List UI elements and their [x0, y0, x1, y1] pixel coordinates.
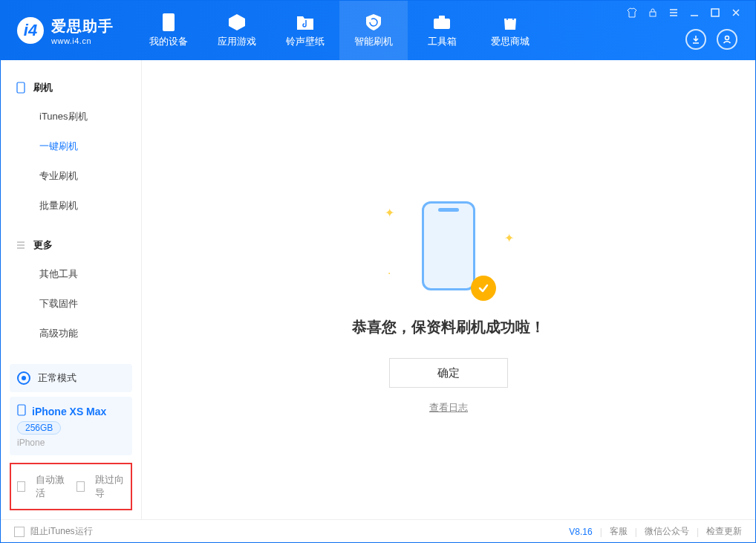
- nav-label: 爱思商城: [491, 35, 529, 48]
- nav-ringtones[interactable]: 铃声壁纸: [271, 1, 339, 60]
- nav-label: 我的设备: [149, 35, 188, 48]
- close-icon[interactable]: [730, 7, 742, 19]
- logo-icon: i4: [17, 17, 44, 44]
- nav-apps[interactable]: 应用游戏: [203, 1, 271, 60]
- toolbox-icon: [432, 13, 452, 32]
- user-button[interactable]: [717, 29, 737, 50]
- footer-link-support[interactable]: 客服: [610, 525, 628, 538]
- maximize-icon[interactable]: [709, 7, 721, 19]
- logo-block: i4 爱思助手 www.i4.cn: [1, 1, 134, 60]
- device-name-label: iPhone XS Max: [32, 406, 106, 417]
- phone-icon: [16, 82, 26, 93]
- sidebar-item-batch[interactable]: 批量刷机: [1, 191, 141, 221]
- sidebar-item-firmware[interactable]: 下载固件: [1, 289, 141, 319]
- window-controls: [626, 1, 751, 19]
- sidebar-item-oneclick[interactable]: 一键刷机: [1, 131, 141, 161]
- list-icon: [16, 240, 26, 250]
- app-title: 爱思助手: [51, 16, 114, 36]
- nav-toolbox[interactable]: 工具箱: [408, 1, 476, 60]
- group-title-label: 刷机: [33, 81, 53, 94]
- device-icon: [159, 13, 178, 32]
- block-itunes-label: 阻止iTunes运行: [30, 525, 93, 538]
- svg-rect-4: [711, 9, 719, 16]
- skip-guide-label: 跳过向导: [95, 473, 125, 500]
- svg-rect-6: [17, 82, 25, 93]
- sidebar-item-advanced[interactable]: 高级功能: [1, 319, 141, 348]
- refresh-shield-icon: [364, 13, 383, 32]
- bag-icon: [501, 13, 520, 32]
- sparkle-icon: ·: [388, 267, 391, 280]
- sidebar-item-pro[interactable]: 专业刷机: [1, 161, 141, 191]
- check-badge-icon: [471, 276, 496, 301]
- cube-icon: [227, 13, 247, 32]
- sparkle-icon: ✦: [385, 206, 394, 220]
- nav-label: 工具箱: [428, 35, 457, 48]
- minimize-icon[interactable]: [688, 7, 700, 19]
- music-folder-icon: [296, 13, 315, 32]
- menu-icon[interactable]: [668, 7, 680, 19]
- phone-graphic-icon: [422, 201, 475, 290]
- group-title-label: 更多: [33, 238, 53, 252]
- footer-link-wechat[interactable]: 微信公众号: [645, 525, 689, 538]
- svg-rect-3: [650, 12, 656, 16]
- lock-icon[interactable]: [647, 7, 659, 19]
- version-label: V8.16: [569, 527, 592, 537]
- download-button[interactable]: [685, 29, 706, 50]
- svg-rect-0: [163, 13, 175, 31]
- nav-flash[interactable]: 智能刷机: [339, 1, 408, 60]
- block-itunes-checkbox[interactable]: [14, 527, 25, 537]
- svg-point-5: [726, 36, 729, 40]
- nav-label: 智能刷机: [354, 35, 393, 48]
- tshirt-icon[interactable]: [626, 7, 638, 19]
- sidebar-item-itunes[interactable]: iTunes刷机: [1, 102, 141, 131]
- mode-row[interactable]: 正常模式: [10, 364, 132, 392]
- sidebar-group-flash: 刷机: [1, 74, 141, 102]
- svg-rect-2: [439, 16, 445, 19]
- device-row[interactable]: iPhone XS Max 256GB iPhone: [10, 397, 132, 455]
- device-type-label: iPhone: [17, 438, 125, 448]
- mode-dot-icon: [17, 371, 30, 385]
- success-illustration: ✦ ✦ ·: [404, 201, 493, 298]
- mode-label: 正常模式: [38, 371, 76, 385]
- device-capacity-badge: 256GB: [17, 421, 61, 435]
- sidebar-group-more: 更多: [1, 231, 141, 259]
- sidebar: 刷机 iTunes刷机 一键刷机 专业刷机 批量刷机 更多 其他工具 下载固件 …: [1, 60, 142, 519]
- auto-activate-checkbox[interactable]: [17, 481, 25, 492]
- success-text: 恭喜您，保资料刷机成功啦！: [352, 317, 545, 337]
- titlebar: i4 爱思助手 www.i4.cn 我的设备 应用游戏 铃声壁纸 智能刷机 工具…: [1, 1, 755, 60]
- nav-store[interactable]: 爱思商城: [476, 1, 544, 60]
- nav-my-device[interactable]: 我的设备: [134, 1, 203, 60]
- nav-label: 铃声壁纸: [286, 35, 325, 48]
- skip-guide-checkbox[interactable]: [76, 481, 85, 492]
- auto-activate-label: 自动激活: [36, 473, 65, 500]
- svg-rect-7: [18, 405, 25, 415]
- footer: 阻止iTunes运行 V8.16 | 客服 | 微信公众号 | 检查更新: [1, 519, 755, 543]
- ok-button[interactable]: 确定: [389, 358, 508, 388]
- sidebar-item-othertools[interactable]: 其他工具: [1, 259, 141, 289]
- main-content: ✦ ✦ · 恭喜您，保资料刷机成功啦！ 确定 查看日志: [142, 60, 755, 519]
- options-box: 自动激活 跳过向导: [10, 463, 132, 510]
- top-nav: 我的设备 应用游戏 铃声壁纸 智能刷机 工具箱 爱思商城: [134, 1, 544, 60]
- svg-rect-1: [434, 19, 450, 29]
- footer-link-update[interactable]: 检查更新: [706, 525, 742, 538]
- app-subtitle: www.i4.cn: [51, 36, 114, 45]
- view-log-link[interactable]: 查看日志: [429, 401, 468, 414]
- phone-small-icon: [17, 404, 26, 418]
- sparkle-icon: ✦: [504, 231, 514, 245]
- nav-label: 应用游戏: [218, 35, 256, 48]
